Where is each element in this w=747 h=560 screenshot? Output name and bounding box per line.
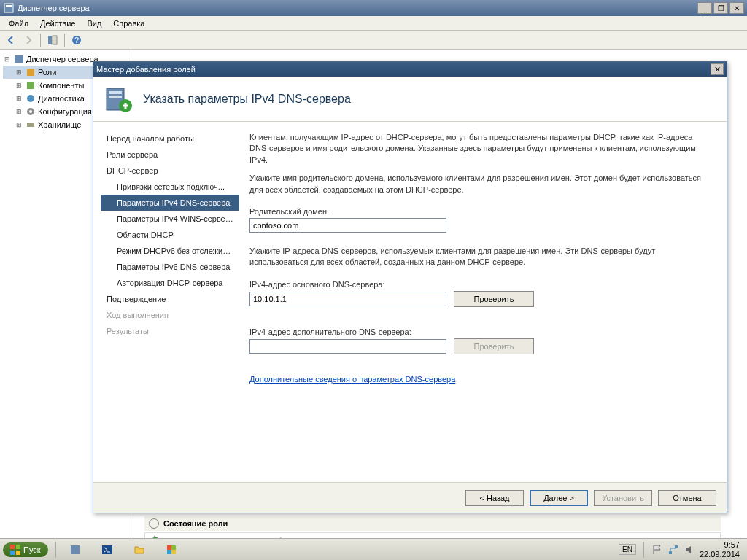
toolbar-separator <box>40 34 41 47</box>
tray-clock[interactable]: 9:57 22.09.2014 <box>700 540 740 558</box>
minimize-button[interactable]: _ <box>697 2 712 14</box>
svg-rect-6 <box>15 55 23 63</box>
svg-point-9 <box>27 95 34 102</box>
wizard-title: Мастер добавления ролей <box>96 65 711 74</box>
next-button[interactable]: Далее > <box>530 490 588 506</box>
svg-rect-3 <box>53 36 57 44</box>
windows-logo-icon <box>10 545 20 555</box>
back-button[interactable] <box>3 32 19 48</box>
tree-configuration-label: Конфигурация <box>38 107 92 116</box>
wizard-footer: < Назад Далее > Установить Отмена <box>93 482 727 513</box>
tray-time: 9:57 <box>700 540 740 549</box>
expand-icon[interactable]: ⊟ <box>3 55 12 63</box>
primary-dns-input[interactable] <box>249 292 446 306</box>
wizard-content: Клиентам, получающим IP-адрес от DHCP-се… <box>239 122 727 482</box>
system-tray: EN 9:57 22.09.2014 <box>619 540 744 558</box>
tray-separator <box>643 542 644 558</box>
start-label: Пуск <box>23 545 41 554</box>
secondary-dns-check-button: Проверить <box>454 338 534 354</box>
expand-icon[interactable]: ⊞ <box>15 82 23 89</box>
language-indicator[interactable]: EN <box>619 544 636 555</box>
menu-help[interactable]: Справка <box>107 18 150 29</box>
powershell-icon <box>101 544 113 556</box>
cancel-button[interactable]: Отмена <box>658 490 716 506</box>
nav-results: Результаты <box>101 323 239 339</box>
nav-ipv4-wins[interactable]: Параметры IPv4 WINS-сервера <box>101 211 239 227</box>
nav-ipv6-dns[interactable]: Параметры IPv6 DNS-сервера <box>101 259 239 275</box>
wizard-close-button[interactable]: ✕ <box>711 63 724 75</box>
server-manager-icon <box>3 2 15 14</box>
expand-icon[interactable]: ⊞ <box>15 108 23 115</box>
nav-dhcpv6-mode[interactable]: Режим DHCPv6 без отслежив... <box>101 243 239 259</box>
taskbar-explorer[interactable] <box>125 541 154 559</box>
svg-rect-7 <box>27 69 34 76</box>
secondary-dns-input[interactable] <box>249 339 446 354</box>
show-hide-button[interactable] <box>44 32 61 48</box>
help-button[interactable]: ? <box>69 32 85 48</box>
tray-date: 22.09.2014 <box>700 550 740 559</box>
close-button[interactable]: ✕ <box>729 2 744 14</box>
svg-rect-27 <box>669 551 672 554</box>
nav-progress: Ход выполнения <box>101 307 239 323</box>
parent-domain-input[interactable] <box>249 218 446 233</box>
taskbar-app[interactable] <box>157 541 186 559</box>
svg-text:?: ? <box>74 36 79 44</box>
main-window-title: Диспетчер сервера <box>18 4 697 12</box>
primary-dns-check-button[interactable]: Проверить <box>454 291 534 307</box>
nav-dhcp-server[interactable]: DHCP-сервер <box>101 163 239 179</box>
nav-network-bindings[interactable]: Привязки сетевых подключ... <box>101 179 239 195</box>
nav-server-roles[interactable]: Роли сервера <box>101 147 239 163</box>
nav-before-begin[interactable]: Перед началом работы <box>101 131 239 147</box>
forward-button[interactable] <box>20 32 36 48</box>
components-icon <box>25 79 36 91</box>
menu-action[interactable]: Действие <box>34 18 81 29</box>
taskbar-powershell[interactable] <box>93 541 122 559</box>
svg-rect-28 <box>675 545 678 548</box>
toolbar: ? <box>0 31 747 50</box>
back-button[interactable]: < Назад <box>465 490 524 506</box>
collapse-icon[interactable]: – <box>149 518 159 529</box>
secondary-dns-label: IPv4-адрес дополнительного DNS-сервера: <box>249 327 713 336</box>
svg-point-11 <box>29 110 32 113</box>
maximize-button[interactable]: ❐ <box>713 2 728 14</box>
intro-paragraph-1: Клиентам, получающим IP-адрес от DHCP-се… <box>249 132 713 166</box>
expand-icon[interactable]: ⊞ <box>15 95 23 102</box>
role-status-title: Состояние роли <box>163 519 716 528</box>
main-titlebar: Диспетчер сервера _ ❐ ✕ <box>0 0 747 16</box>
svg-rect-23 <box>167 545 171 550</box>
taskbar-server-manager[interactable] <box>61 541 90 559</box>
network-icon[interactable] <box>667 544 679 556</box>
svg-rect-19 <box>10 551 15 555</box>
svg-rect-0 <box>4 4 13 12</box>
tree-root-label: Диспетчер сервера <box>26 55 98 63</box>
svg-rect-17 <box>10 545 15 549</box>
start-button[interactable]: Пуск <box>3 542 48 557</box>
nav-dhcp-scopes[interactable]: Области DHCP <box>101 227 239 243</box>
svg-rect-20 <box>16 551 20 555</box>
nav-ipv4-dns[interactable]: Параметры IPv4 DNS-сервера <box>101 195 239 211</box>
intro-paragraph-2: Укажите имя родительского домена, исполь… <box>249 173 713 195</box>
add-roles-wizard: Мастер добавления ролей ✕ Указать параме… <box>93 61 727 513</box>
svg-rect-1 <box>6 5 12 7</box>
toolbar-separator <box>64 34 65 47</box>
nav-confirmation[interactable]: Подтверждение <box>101 291 239 307</box>
more-info-link[interactable]: Дополнительные сведения о параметрах DNS… <box>249 375 713 384</box>
wizard-header-title: Указать параметры IPv4 DNS-сервера <box>143 93 351 106</box>
svg-rect-21 <box>71 545 80 554</box>
server-manager-icon <box>69 544 81 556</box>
nav-dhcp-auth[interactable]: Авторизация DHCP-сервера <box>101 275 239 291</box>
expand-icon[interactable]: ⊞ <box>15 121 23 128</box>
roles-icon <box>25 66 36 78</box>
wizard-header: Указать параметры IPv4 DNS-сервера <box>93 77 727 122</box>
sound-icon[interactable] <box>684 544 695 556</box>
svg-rect-25 <box>167 550 171 554</box>
flag-icon[interactable] <box>651 544 663 556</box>
menu-file[interactable]: Файл <box>3 18 34 29</box>
expand-icon[interactable]: ⊞ <box>15 69 23 76</box>
menu-view[interactable]: Вид <box>81 18 107 29</box>
folder-icon <box>133 544 145 556</box>
svg-rect-8 <box>27 82 34 89</box>
role-status-header[interactable]: – Состояние роли <box>144 516 721 531</box>
storage-icon <box>25 119 36 131</box>
svg-rect-14 <box>109 91 122 94</box>
